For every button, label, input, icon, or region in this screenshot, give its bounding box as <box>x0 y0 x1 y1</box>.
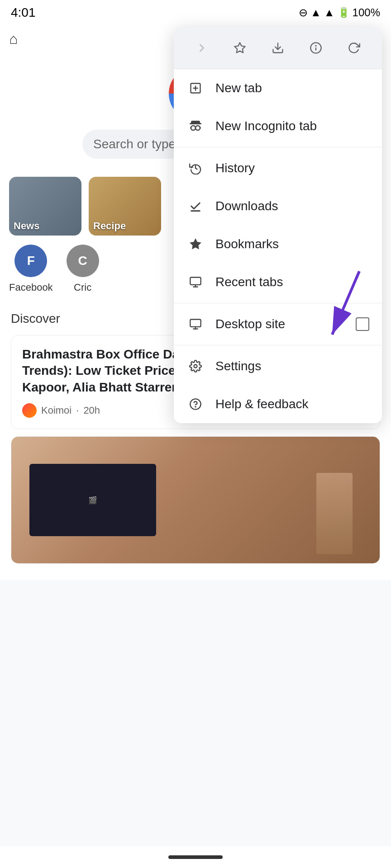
help-label: Help & feedback <box>215 397 369 411</box>
source-dot: · <box>76 405 79 416</box>
help-item[interactable]: Help & feedback <box>174 385 382 423</box>
new-tab-label: New tab <box>215 81 369 95</box>
article-img-2: 🎬 <box>11 437 380 563</box>
recent-tabs-item[interactable]: Recent tabs <box>174 263 382 301</box>
news-card[interactable]: News <box>9 177 81 236</box>
bookmarks-item[interactable]: Bookmarks <box>174 225 382 263</box>
recent-tabs-label: Recent tabs <box>215 275 369 289</box>
signal-icon: ▲ <box>324 6 335 19</box>
desktop-icon <box>186 315 205 333</box>
facebook-label: Facebook <box>9 282 53 293</box>
facebook-shortcut[interactable]: F Facebook <box>9 245 53 293</box>
new-tab-icon <box>186 79 205 97</box>
svg-point-10 <box>191 126 196 130</box>
incognito-icon <box>186 117 205 135</box>
settings-item[interactable]: Settings <box>174 347 382 385</box>
refresh-button[interactable] <box>341 35 367 61</box>
dropdown-menu: New tab New Incognito tab <box>174 27 382 423</box>
svg-marker-17 <box>190 239 200 249</box>
cricket-shortcut[interactable]: C Cric <box>67 245 99 293</box>
history-item[interactable]: History <box>174 149 382 187</box>
svg-marker-0 <box>234 42 245 52</box>
status-icons: ⊖ ▲ ▲ 🔋 100% <box>299 6 380 19</box>
downloads-label: Downloads <box>215 199 369 213</box>
recipe-card-label: Recipe <box>93 220 126 232</box>
news-card-label: News <box>14 220 39 232</box>
home-icon[interactable]: ⌂ <box>9 31 18 47</box>
desktop-site-label: Desktop site <box>215 317 345 331</box>
download-button[interactable] <box>265 35 291 61</box>
downloads-icon <box>186 197 205 215</box>
menu-toolbar <box>174 27 382 69</box>
article-source-1: Koimoi · 20h <box>22 403 100 418</box>
article-time: 20h <box>83 405 100 416</box>
settings-icon <box>186 357 205 375</box>
new-incognito-item[interactable]: New Incognito tab <box>174 107 382 145</box>
home-indicator <box>168 855 223 859</box>
bookmarks-icon <box>186 235 205 253</box>
forward-button[interactable] <box>189 35 215 61</box>
desktop-site-item[interactable]: Desktop site <box>174 305 382 343</box>
koimoi-icon <box>22 403 37 418</box>
source-name: Koimoi <box>41 405 72 416</box>
cricket-label: Cric <box>74 282 91 293</box>
info-button[interactable] <box>303 35 329 61</box>
svg-rect-21 <box>190 320 200 327</box>
help-icon <box>186 395 205 413</box>
wifi-icon: ▲ <box>310 6 321 19</box>
divider-1 <box>174 147 382 147</box>
status-time: 4:01 <box>11 5 36 20</box>
divider-3 <box>174 345 382 345</box>
recent-tabs-icon <box>186 273 205 291</box>
article-card-2[interactable]: 🎬 <box>11 436 380 564</box>
bottom-bar <box>0 846 391 868</box>
svg-rect-9 <box>190 123 201 124</box>
settings-label: Settings <box>215 359 369 373</box>
battery-percent: 100% <box>353 6 380 19</box>
svg-point-11 <box>196 126 200 130</box>
divider-2 <box>174 303 382 303</box>
desktop-site-checkbox[interactable] <box>356 317 369 331</box>
incognito-label: New Incognito tab <box>215 119 369 133</box>
status-bar: 4:01 ⊖ ▲ ▲ 🔋 100% <box>0 0 391 25</box>
battery-icon: 🔋 <box>338 7 350 19</box>
history-icon <box>186 159 205 177</box>
dnd-icon: ⊖ <box>299 6 308 19</box>
bookmarks-label: Bookmarks <box>215 237 369 251</box>
recipe-card[interactable]: Recipe <box>89 177 161 236</box>
star-button[interactable] <box>227 35 253 61</box>
new-tab-item[interactable]: New tab <box>174 69 382 107</box>
svg-rect-18 <box>190 278 200 285</box>
history-label: History <box>215 161 369 175</box>
downloads-item[interactable]: Downloads <box>174 187 382 225</box>
facebook-icon: F <box>14 245 47 277</box>
svg-point-24 <box>194 365 197 368</box>
cricket-icon: C <box>67 245 99 277</box>
